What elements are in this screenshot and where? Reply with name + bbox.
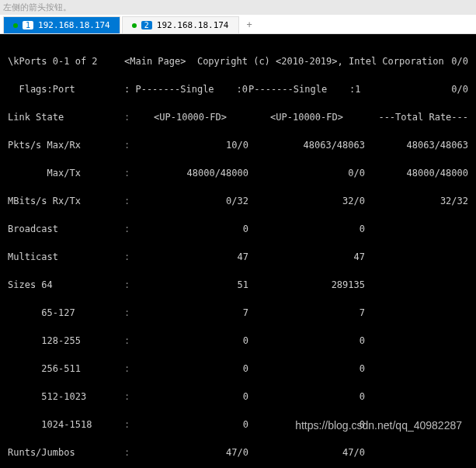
- s128-p1: 0: [248, 334, 365, 348]
- bcast-p0: 0: [132, 222, 248, 236]
- s256-p0: 0: [132, 362, 248, 376]
- tab-number: 2: [141, 21, 152, 29]
- maxtx-label: Max/Tx: [8, 166, 124, 180]
- pktsmax-label: Pkts/s Max/Rx: [8, 138, 124, 152]
- s64-p0: 51: [132, 278, 248, 292]
- s512-p1: 0: [248, 390, 365, 404]
- s1024-p0: 0: [132, 418, 248, 432]
- maxtx-total: 48000/48000: [407, 166, 468, 180]
- total-rate-label: ---Total Rate---: [378, 110, 468, 124]
- add-tab-button[interactable]: +: [241, 16, 259, 33]
- s65-p0: 7: [132, 306, 248, 320]
- s65-p1: 7: [248, 306, 365, 320]
- flags-p0: : P-------Single :0: [124, 82, 248, 96]
- flags-label: Flags:Port: [8, 82, 124, 96]
- mcast-p1: 47: [248, 250, 365, 264]
- tab-number: 1: [23, 21, 33, 29]
- s128-p0: 0: [132, 334, 248, 348]
- s256-label: 256-511: [8, 362, 124, 376]
- flags-total: 0/0: [422, 82, 468, 96]
- mbits-p0: 0/32: [132, 194, 248, 208]
- link-p1: <UP-10000-FD>: [248, 110, 365, 124]
- s64-label: Sizes 64: [8, 278, 124, 292]
- s64-p1: 289135: [248, 278, 365, 292]
- runts-p0: 47/0: [132, 445, 248, 459]
- copyright: <Main Page> Copyright (c) <2010-2019>, I…: [124, 54, 444, 68]
- pktsmax-total: 48063/48063: [407, 138, 468, 152]
- mbits-total: 32/32: [440, 194, 468, 208]
- tab-1[interactable]: 1 192.168.18.174: [3, 16, 120, 33]
- tab-bar: 1 192.168.18.174 2 192.168.18.174 +: [0, 15, 476, 34]
- bcast-label: Broadcast: [8, 222, 124, 236]
- s256-p1: 0: [248, 362, 365, 376]
- tab-2[interactable]: 2 192.168.18.174: [122, 16, 239, 33]
- tab-label: 192.168.18.174: [38, 20, 110, 30]
- watermark: https://blog.csdn.net/qq_40982287: [295, 418, 462, 434]
- header-rate: 0/0: [444, 54, 468, 68]
- pktsmax-p1: 48063/48063: [248, 138, 365, 152]
- runts-label: Runts/Jumbos: [8, 445, 124, 459]
- flags-p1: P-------Single :1: [248, 82, 388, 96]
- s512-p0: 0: [132, 390, 248, 404]
- mcast-p0: 47: [132, 250, 248, 264]
- s512-label: 512-1023: [8, 390, 124, 404]
- terminal-output: \kPorts 0-1 of 2<Main Page> Copyright (c…: [0, 34, 476, 468]
- link-label: Link State: [8, 110, 124, 124]
- maxtx-p1: 0/0: [248, 166, 365, 180]
- s65-label: 65-127: [8, 306, 124, 320]
- runts-p1: 47/0: [248, 445, 365, 459]
- maxtx-p0: 48000/48000: [132, 166, 248, 180]
- status-dot-icon: [13, 23, 18, 28]
- s128-label: 128-255: [8, 334, 124, 348]
- page-hint: 左侧的箭头按钮。: [0, 0, 476, 15]
- bcast-p1: 0: [248, 222, 365, 236]
- status-dot-icon: [132, 23, 137, 28]
- ports-header: \kPorts 0-1 of 2: [8, 54, 124, 68]
- mbits-p1: 32/0: [248, 194, 365, 208]
- mcast-label: Multicast: [8, 250, 124, 264]
- mbits-label: MBits/s Rx/Tx: [8, 194, 124, 208]
- tab-label: 192.168.18.174: [157, 20, 229, 30]
- s1024-label: 1024-1518: [8, 418, 124, 432]
- link-p0: <UP-10000-FD>: [132, 110, 248, 124]
- pktsmax-p0: 10/0: [132, 138, 248, 152]
